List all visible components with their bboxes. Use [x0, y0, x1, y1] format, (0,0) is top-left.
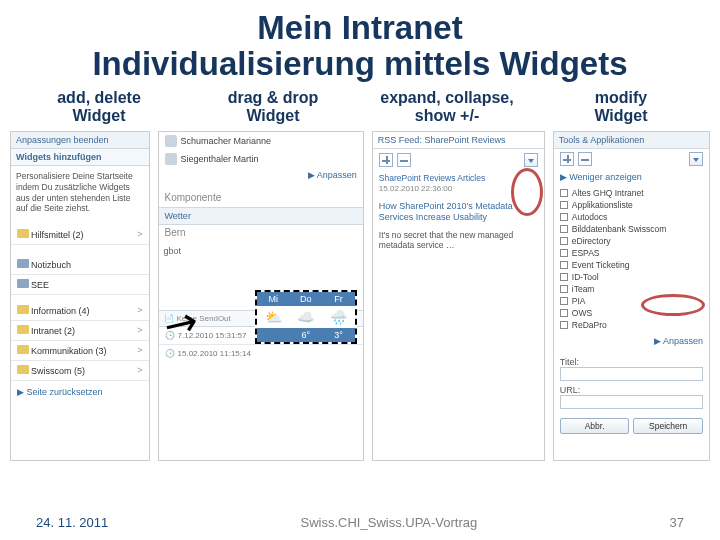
p1-desc: Personalisiere Deine Startseite indem Du…: [11, 166, 149, 219]
wetter-head: Wetter: [159, 207, 363, 225]
list-item[interactable]: Hilfsmittel (2)>: [11, 225, 149, 245]
button-row: Abbr. Speichern: [554, 413, 709, 439]
checkbox-icon: [560, 249, 568, 257]
chevron-right-icon: >: [137, 345, 142, 355]
reset-link[interactable]: ▶ Seite zurücksetzen: [11, 381, 149, 403]
bern-label: Bern: [159, 225, 363, 242]
weniger-link[interactable]: ▶ Weniger anzeigen: [554, 169, 709, 185]
day-label: Do: [290, 292, 323, 306]
col-header-3: expand, collapse, show +/-: [360, 89, 534, 126]
checkbox-icon: [560, 297, 568, 305]
save-button[interactable]: Speichern: [633, 418, 703, 434]
checkbox-icon: [560, 261, 568, 269]
list-item[interactable]: ID-Tool: [560, 271, 703, 283]
list-item[interactable]: iTeam: [560, 283, 703, 295]
checkbox-icon: [560, 189, 568, 197]
day-label: Mi: [257, 292, 290, 306]
person-row: Siegenthaler Martin: [159, 150, 363, 168]
p4-head: Tools & Applikationen: [554, 132, 709, 149]
weather-icon: ☁️: [290, 306, 323, 328]
checkbox-icon: [560, 237, 568, 245]
footer-mid: Swiss.CHI_Swiss.UPA-Vortrag: [301, 515, 478, 530]
url-input[interactable]: [560, 395, 703, 409]
panel-modify: Tools & Applikationen ▶ Weniger anzeigen…: [553, 131, 710, 461]
p1-addwidgets: Widgets hinzufügen: [11, 149, 149, 166]
list-item[interactable]: Information (4)>: [11, 301, 149, 321]
komponente-label: Komponente: [159, 182, 363, 207]
show-dropdown[interactable]: [689, 152, 703, 166]
weather-widget-draggable[interactable]: MiDoFr ⛅☁️🌧️ 6°3°: [255, 290, 357, 344]
list-item[interactable]: Intranet (2)>: [11, 321, 149, 341]
folder-icon: [17, 229, 29, 238]
title-input[interactable]: [560, 367, 703, 381]
column-headers: add, delete Widget drag & drop Widget ex…: [0, 89, 720, 126]
weather-table: MiDoFr ⛅☁️🌧️ 6°3°: [257, 292, 355, 342]
footer: 24. 11. 2011 Swiss.CHI_Swiss.UPA-Vortrag…: [0, 515, 720, 530]
plusminus-row: [373, 149, 544, 171]
app-list: Altes GHQ Intranet Applikationsliste Aut…: [554, 185, 709, 333]
list-item[interactable]: eDirectory: [560, 235, 703, 247]
cancel-button[interactable]: Abbr.: [560, 418, 630, 434]
list-item[interactable]: Event Ticketing: [560, 259, 703, 271]
day-label: Fr: [322, 292, 355, 306]
list-item[interactable]: Kommunikation (3)>: [11, 341, 149, 361]
expand-button[interactable]: [560, 152, 574, 166]
weather-icon: 🌧️: [322, 306, 355, 328]
list-item[interactable]: Autodocs: [560, 211, 703, 223]
panel-expand-collapse: RSS Feed: SharePoint Reviews SharePoint …: [372, 131, 545, 461]
folder-icon: [17, 345, 29, 354]
post-body: It's no secret that the new managed meta…: [373, 230, 544, 257]
chevron-right-icon: >: [137, 365, 142, 375]
checkbox-icon: [560, 285, 568, 293]
anpassen-link[interactable]: ▶ Anpassen: [554, 333, 709, 349]
checkbox-icon: [560, 225, 568, 233]
weather-icon: ⛅: [257, 306, 290, 328]
title-line2: Individualisierung mittels Widgets: [0, 46, 720, 82]
widget-icon: [17, 279, 29, 288]
checkbox-icon: [560, 321, 568, 329]
post-link[interactable]: How SharePoint 2010's Metadata Services …: [373, 195, 544, 230]
folder-icon: [17, 305, 29, 314]
title-line1: Mein Intranet: [0, 10, 720, 46]
expand-button[interactable]: [379, 153, 393, 167]
post-title[interactable]: SharePoint Reviews Articles: [373, 171, 544, 184]
collapse-button[interactable]: [578, 152, 592, 166]
gbot-label: gbot: [159, 242, 363, 260]
chevron-right-icon: >: [137, 305, 142, 315]
list-item[interactable]: ReDaPro: [560, 319, 703, 331]
list-item[interactable]: SEE: [11, 275, 149, 295]
col-header-2: drag & drop Widget: [186, 89, 360, 126]
checkbox-icon: [560, 213, 568, 221]
temp-label: [257, 328, 290, 342]
list-item[interactable]: Swisscom (5)>: [11, 361, 149, 381]
slide: Mein Intranet Individualisierung mittels…: [0, 0, 720, 540]
show-dropdown[interactable]: [524, 153, 538, 167]
title: Mein Intranet Individualisierung mittels…: [0, 0, 720, 83]
footer-date: 24. 11. 2011: [36, 515, 108, 530]
list-item[interactable]: PIA: [560, 295, 703, 307]
timestamp: 🕒15.02.2010 11:15:14: [165, 349, 357, 358]
p4-form: Titel: URL:: [554, 349, 709, 413]
p1-head: Anpassungen beenden: [11, 132, 149, 149]
chevron-right-icon: >: [137, 229, 142, 239]
list-item[interactable]: Altes GHQ Intranet: [560, 187, 703, 199]
panel-add-delete: Anpassungen beenden Widgets hinzufügen P…: [10, 131, 150, 461]
panel-drag-drop: Schumacher Marianne Siegenthaler Martin …: [158, 131, 364, 461]
checkbox-icon: [560, 273, 568, 281]
list-item[interactable]: ESPAS: [560, 247, 703, 259]
collapse-button[interactable]: [397, 153, 411, 167]
panels-row: Anpassungen beenden Widgets hinzufügen P…: [0, 131, 720, 461]
rss-head: RSS Feed: SharePoint Reviews: [373, 132, 544, 149]
folder-icon: [17, 325, 29, 334]
widget-icon: [17, 259, 29, 268]
anpassen-link[interactable]: ▶ Anpassen: [159, 168, 363, 182]
folder-icon: [17, 365, 29, 374]
col-header-4: modify Widget: [534, 89, 708, 126]
plusminus-row: [554, 149, 709, 169]
person-row: Schumacher Marianne: [159, 132, 363, 150]
list-item[interactable]: Notizbuch: [11, 255, 149, 275]
list-item[interactable]: Applikationsliste: [560, 199, 703, 211]
temp-label: 3°: [322, 328, 355, 342]
list-item[interactable]: Bilddatenbank Swisscom: [560, 223, 703, 235]
list-item[interactable]: OWS: [560, 307, 703, 319]
